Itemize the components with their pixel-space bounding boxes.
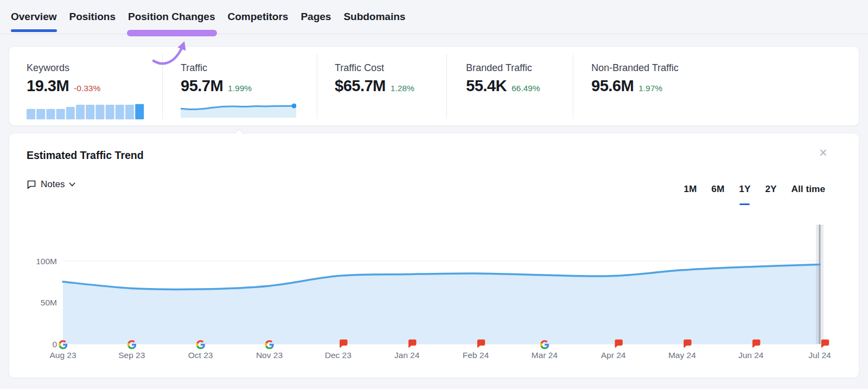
metric-change: 1.28% <box>391 84 414 93</box>
traffic-trend-chart[interactable]: 050M100MAug 23Sep 23Oct 23Nov 23Dec 23Ja… <box>9 133 860 379</box>
tab-subdomains[interactable]: Subdomains <box>343 11 405 32</box>
svg-text:100M: 100M <box>36 257 57 266</box>
svg-text:May 24: May 24 <box>668 350 696 360</box>
keywords-sparkline <box>27 103 145 119</box>
tab-pages[interactable]: Pages <box>301 11 331 32</box>
metric-value: 95.6M <box>591 78 634 94</box>
svg-text:Feb 24: Feb 24 <box>463 350 489 360</box>
svg-text:Jul 24: Jul 24 <box>808 350 831 360</box>
svg-text:Aug 23: Aug 23 <box>49 350 76 360</box>
domain-overview-page: Overview Positions Position Changes Comp… <box>0 0 868 389</box>
svg-text:Mar 24: Mar 24 <box>532 350 558 360</box>
metric-card-non-branded-traffic[interactable]: Non-Branded Traffic 95.6M 1.97% <box>591 62 679 94</box>
svg-text:Sep 23: Sep 23 <box>118 350 145 360</box>
metric-change: 1.97% <box>639 84 662 93</box>
metrics-panel: Keywords 19.3M -0.33% Traffic 95.7M 1.99… <box>9 46 859 126</box>
card-divider <box>446 54 447 119</box>
metric-label: Branded Traffic <box>466 62 540 74</box>
svg-text:Jun 24: Jun 24 <box>738 350 764 360</box>
metric-label: Traffic Cost <box>335 62 414 74</box>
metric-card-keywords[interactable]: Keywords 19.3M -0.33% <box>27 62 100 94</box>
svg-text:Jan 24: Jan 24 <box>394 350 420 360</box>
card-divider <box>317 54 317 119</box>
metric-label: Keywords <box>27 62 100 74</box>
metric-label: Non-Branded Traffic <box>591 62 679 74</box>
tab-overview[interactable]: Overview <box>11 11 57 32</box>
metric-change: 66.49% <box>512 84 540 93</box>
svg-text:Dec 23: Dec 23 <box>325 350 352 360</box>
svg-text:50M: 50M <box>41 298 57 307</box>
metric-change: -0.33% <box>74 84 100 93</box>
svg-text:Apr 24: Apr 24 <box>601 350 626 360</box>
metric-value: 95.7M <box>181 78 223 94</box>
svg-text:Nov 23: Nov 23 <box>256 350 283 360</box>
metric-card-traffic-cost[interactable]: Traffic Cost $65.7M 1.28% <box>335 62 414 94</box>
metric-value: 55.4K <box>466 78 507 94</box>
tab-position-changes[interactable]: Position Changes <box>128 11 215 32</box>
traffic-trend-panel: Estimated Traffic Trend × Notes 1M 6M 1Y… <box>9 133 859 378</box>
metric-change: 1.99% <box>228 84 252 93</box>
traffic-sparkline <box>181 103 296 118</box>
card-divider <box>573 54 573 119</box>
annotation-arrow-icon <box>142 36 194 67</box>
metric-card-branded-traffic[interactable]: Branded Traffic 55.4K 66.49% <box>466 62 540 94</box>
tab-positions[interactable]: Positions <box>69 11 116 32</box>
metric-value: $65.7M <box>335 78 386 94</box>
svg-text:0: 0 <box>52 340 57 349</box>
metric-value: 19.3M <box>27 78 69 94</box>
tab-competitors[interactable]: Competitors <box>227 11 288 32</box>
top-nav: Overview Positions Position Changes Comp… <box>11 11 405 32</box>
svg-text:Oct 23: Oct 23 <box>188 350 213 360</box>
